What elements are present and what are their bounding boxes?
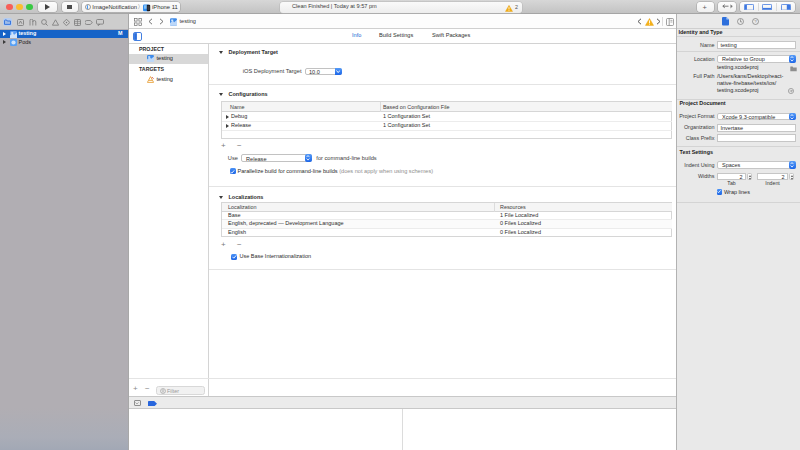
svg-text:?: ?: [754, 19, 757, 24]
